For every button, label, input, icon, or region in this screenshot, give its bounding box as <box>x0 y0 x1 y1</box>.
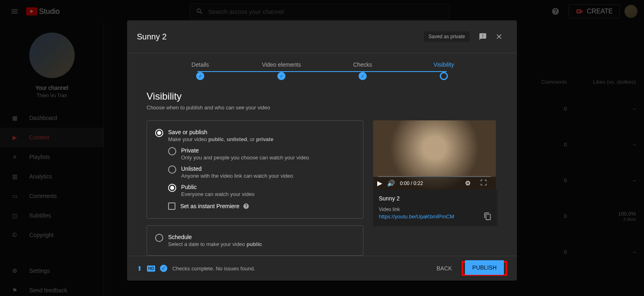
stepper: Details ✓ Video elements ✓ Checks ✓ Visi… <box>127 53 517 84</box>
circle-icon <box>440 72 448 80</box>
video-time: 0:00 / 0:22 <box>400 181 423 186</box>
radio-save-publish[interactable] <box>155 129 163 137</box>
preview-video-name: Sunny 2 <box>379 195 492 202</box>
modal-title: Sunny 2 <box>137 32 166 41</box>
modal-footer: ⬆ HD ✓ Checks complete. No issues found.… <box>127 256 517 281</box>
check-icon: ✓ <box>160 265 167 272</box>
check-icon: ✓ <box>359 72 367 80</box>
modal-body: Visibility Choose when to publish and wh… <box>127 84 517 256</box>
video-link[interactable]: https://youtu.be/UpaKbmlPmCM <box>379 213 454 220</box>
publish-modal: Sunny 2 Saved as private Details ✓ Video… <box>127 20 517 281</box>
modal-header: Sunny 2 Saved as private <box>127 20 517 53</box>
feedback-icon <box>479 33 487 41</box>
checks-status: Checks complete. No issues found. <box>172 266 255 272</box>
publish-highlight: PUBLISH <box>462 261 507 276</box>
upload-icon: ⬆ <box>137 265 142 272</box>
feedback-button[interactable] <box>475 28 491 45</box>
radio-private[interactable] <box>168 147 176 155</box>
play-button[interactable]: ▶ <box>377 179 382 187</box>
step-visibility[interactable]: Visibility <box>403 61 484 80</box>
fullscreen-button[interactable]: ⛶ <box>480 179 487 187</box>
help-icon[interactable] <box>243 202 249 210</box>
close-button[interactable] <box>491 28 507 45</box>
link-label: Video link <box>379 207 492 212</box>
radio-schedule[interactable] <box>155 234 163 242</box>
check-icon: ✓ <box>196 72 204 80</box>
preview-info: Sunny 2 Video link https://youtu.be/UpaK… <box>373 189 497 226</box>
premiere-checkbox[interactable] <box>168 202 175 210</box>
schedule-card: Schedule Select a date to make your vide… <box>147 225 363 256</box>
volume-button[interactable]: 🔊 <box>387 179 395 187</box>
step-elements[interactable]: Video elements ✓ <box>241 61 322 80</box>
copy-button[interactable] <box>484 212 492 220</box>
settings-button[interactable]: ⚙ <box>465 179 471 187</box>
saved-badge: Saved as private <box>424 31 470 42</box>
hd-icon: HD <box>147 266 155 272</box>
video-preview: ▶ 🔊 0:00 / 0:22 ⚙ ⛶ <box>373 120 496 189</box>
radio-public[interactable] <box>168 184 176 192</box>
back-button[interactable]: BACK <box>430 261 458 276</box>
save-publish-card: Save or publish Make your video public, … <box>147 120 363 219</box>
step-details[interactable]: Details ✓ <box>160 61 241 80</box>
copy-icon <box>484 212 492 220</box>
body-subtitle: Choose when to publish and who can see y… <box>147 104 497 111</box>
close-icon <box>495 33 503 41</box>
body-title: Visibility <box>147 91 497 102</box>
radio-unlisted[interactable] <box>168 165 176 174</box>
step-checks[interactable]: Checks ✓ <box>322 61 403 80</box>
publish-button[interactable]: PUBLISH <box>465 260 504 275</box>
check-icon: ✓ <box>277 72 285 80</box>
